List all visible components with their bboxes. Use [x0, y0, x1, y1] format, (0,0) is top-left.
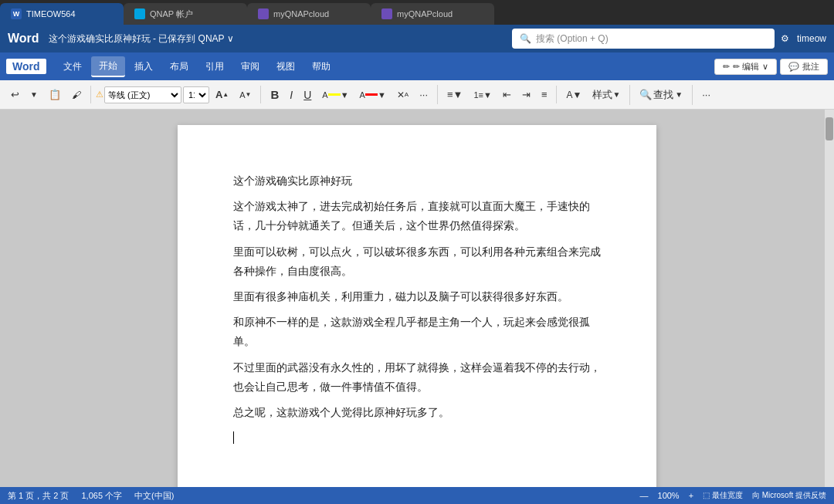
word-app: Word 文件 开始 插入 布局 引用 审阅 视图 帮助 ✏ ✏ 编辑 ∨ 💬 …	[0, 52, 834, 504]
font-name-select[interactable]: 等线 (正文)	[104, 86, 181, 103]
address-bar-right: ⚙ timeow	[781, 33, 826, 44]
menu-item-view[interactable]: 视图	[269, 57, 303, 76]
numbered-list-button[interactable]: 1≡▼	[469, 87, 496, 103]
font-size-up-button[interactable]: A▲	[211, 86, 233, 103]
align-button[interactable]: ≡	[537, 86, 552, 103]
fit-width-button[interactable]: ⬚ 最佳宽度	[703, 490, 743, 501]
cursor-paragraph	[233, 428, 601, 448]
paragraph-1: 这个游戏太神了，进去完成初始任务后，直接就可以直面大魔王，手速快的话，几十分钟就…	[233, 197, 601, 235]
pencil-icon: ✏	[723, 62, 730, 72]
highlight-button[interactable]: A ▼	[317, 87, 353, 103]
browser-tab-myqnap2[interactable]: myQNAPcloud	[371, 3, 494, 25]
browser-tab-bar: W TIMEOW564 QNAP 帐户 myQNAPcloud myQNAPcl…	[0, 0, 834, 25]
comment-icon: 💬	[788, 62, 799, 72]
page-number: 第 1 页，共 2 页	[8, 490, 69, 502]
word-tab-icon: W	[11, 8, 22, 19]
zoom-in-button[interactable]: +	[689, 491, 693, 500]
scroll-thumb[interactable]	[826, 117, 833, 140]
menu-item-review[interactable]: 审阅	[233, 57, 267, 76]
menu-item-insert[interactable]: 插入	[127, 57, 161, 76]
indent-decrease-button[interactable]: ⇤	[498, 86, 516, 103]
document-content[interactable]: 这个游戏确实比原神好玩 这个游戏太神了，进去完成初始任务后，直接就可以直面大魔王…	[233, 171, 601, 448]
word-page: 这个游戏确实比原神好玩 这个游戏太神了，进去完成初始任务后，直接就可以直面大魔王…	[178, 125, 656, 487]
statusbar: 第 1 页，共 2 页 1,065 个字 中文(中国) — 100% + ⬚ 最…	[0, 487, 834, 504]
myqnap2-tab-icon	[381, 8, 392, 19]
menu-item-references[interactable]: 引用	[198, 57, 232, 76]
font-color-button[interactable]: A ▼	[355, 87, 391, 103]
styles-button[interactable]: 样式▼	[588, 85, 625, 105]
word-menubar: Word 文件 开始 插入 布局 引用 审阅 视图 帮助 ✏ ✏ 编辑 ∨ 💬 …	[0, 52, 834, 80]
underline-button[interactable]: U	[299, 86, 316, 104]
paragraph-0: 这个游戏确实比原神好玩	[233, 171, 601, 191]
more-ribbon-button[interactable]: ···	[697, 86, 715, 103]
tab-label-word: TIMEOW564	[26, 9, 113, 19]
zoom-out-button[interactable]: —	[640, 491, 649, 500]
address-bar: Word 这个游戏确实比原神好玩 - 已保存到 QNAP ∨ 🔍 搜索 (Opt…	[0, 25, 834, 52]
browser-tab-word[interactable]: W TIMEOW564	[0, 3, 124, 25]
clear-format-button[interactable]: ✕A	[392, 86, 413, 103]
tab-label-myqnap1: myQNAPcloud	[273, 9, 360, 19]
scrollbar[interactable]	[825, 110, 834, 487]
indent-increase-button[interactable]: ⇥	[517, 86, 535, 103]
find-label: 查找	[653, 88, 673, 102]
find-group: 🔍 查找▼	[635, 85, 693, 105]
more-format-button[interactable]: ···	[415, 86, 432, 103]
word-menu-items: 文件 开始 插入 布局 引用 审阅 视图 帮助	[56, 56, 338, 77]
zoom-level: 100%	[658, 491, 680, 500]
paragraph-3: 里面有很多神庙机关，利用重力，磁力以及脑子可以获得很多好东西。	[233, 287, 601, 306]
format-painter-button[interactable]: 🖌	[67, 86, 86, 103]
search-placeholder: 搜索 (Option + Q)	[536, 32, 609, 46]
clipboard-button[interactable]: 📋	[44, 86, 66, 103]
ribbon-toolbar: ↩ ▼ 📋 🖌 ⚠ 等线 (正文) 11 A▲ A▼ B I U A ▼	[0, 80, 834, 110]
qnap-tab-icon	[134, 8, 145, 19]
search-bar[interactable]: 🔍 搜索 (Option + Q)	[512, 29, 775, 49]
document-title: 这个游戏确实比原神好玩 - 已保存到 QNAP ∨	[49, 32, 506, 46]
browser-tab-myqnap1[interactable]: myQNAPcloud	[247, 3, 371, 25]
document-area[interactable]: 这个游戏确实比原神好玩 这个游戏太神了，进去完成初始任务后，直接就可以直面大魔王…	[0, 110, 834, 487]
edit-label: ✏ 编辑	[733, 61, 759, 73]
text-color-btn[interactable]: A▼	[561, 86, 586, 103]
menu-item-help[interactable]: 帮助	[304, 57, 338, 76]
comment-label: 批注	[802, 61, 819, 73]
language: 中文(中国)	[134, 490, 174, 502]
myqnap1-tab-icon	[258, 8, 269, 19]
text-cursor	[233, 431, 234, 444]
bullet-list-button[interactable]: ≡▼	[442, 86, 467, 103]
search-icon: 🔍	[520, 33, 531, 44]
menu-item-home[interactable]: 开始	[91, 56, 125, 77]
browser-tab-qnap[interactable]: QNAP 帐户	[124, 3, 247, 25]
feedback-button[interactable]: 向 Microsoft 提供反馈	[752, 490, 826, 501]
word-logo-small: Word	[8, 32, 39, 46]
word-edit-btns: ✏ ✏ 编辑 ∨ 💬 批注	[714, 59, 828, 75]
statusbar-right: — 100% + ⬚ 最佳宽度 向 Microsoft 提供反馈	[640, 490, 826, 501]
style-group: A▼ 样式▼	[561, 85, 630, 105]
menu-item-layout[interactable]: 布局	[162, 57, 196, 76]
italic-button[interactable]: I	[285, 86, 297, 104]
warning-icon: ⚠	[96, 90, 103, 100]
word-count: 1,065 个字	[81, 490, 122, 502]
search-icon-ribbon: 🔍	[639, 89, 652, 100]
paragraph-6: 总之呢，这款游戏个人觉得比原神好玩多了。	[233, 403, 601, 422]
edit-chevron-icon: ∨	[762, 62, 768, 72]
find-button[interactable]: 🔍 查找▼	[635, 85, 687, 105]
font-group: ⚠ 等线 (正文) 11 A▲ A▼	[96, 86, 262, 103]
undo-dropdown-button[interactable]: ▼	[25, 87, 42, 102]
edit-button[interactable]: ✏ ✏ 编辑 ∨	[714, 59, 777, 75]
font-size-select[interactable]: 11	[183, 86, 209, 103]
paragraph-4: 和原神不一样的是，这款游戏全程几乎都是主角一个人，玩起来会感觉很孤单。	[233, 313, 601, 351]
comment-button[interactable]: 💬 批注	[780, 59, 828, 75]
user-name: timeow	[797, 33, 826, 44]
paragraph-2: 里面可以砍树，可以点火，可以破坏很多东西，可以利用各种元素组合来完成各种操作，自…	[233, 242, 601, 281]
word-logo: Word	[6, 59, 46, 74]
styles-label: 样式	[592, 88, 612, 102]
tab-label-myqnap2: myQNAPcloud	[397, 9, 483, 19]
font-size-down-button[interactable]: A▼	[235, 87, 256, 103]
undo-redo-group: ↩ ▼ 📋 🖌	[6, 86, 91, 103]
paragraph-5: 不过里面的武器没有永久性的，用坏了就得换，这样会逼着我不停的去行动，也会让自己思…	[233, 358, 601, 397]
undo-button[interactable]: ↩	[6, 86, 24, 103]
paragraph-group: ≡▼ 1≡▼ ⇤ ⇥ ≡	[442, 86, 557, 103]
settings-icon[interactable]: ⚙	[781, 33, 789, 44]
tab-label-qnap: QNAP 帐户	[150, 8, 236, 20]
bold-button[interactable]: B	[266, 85, 283, 104]
menu-item-file[interactable]: 文件	[56, 57, 90, 76]
